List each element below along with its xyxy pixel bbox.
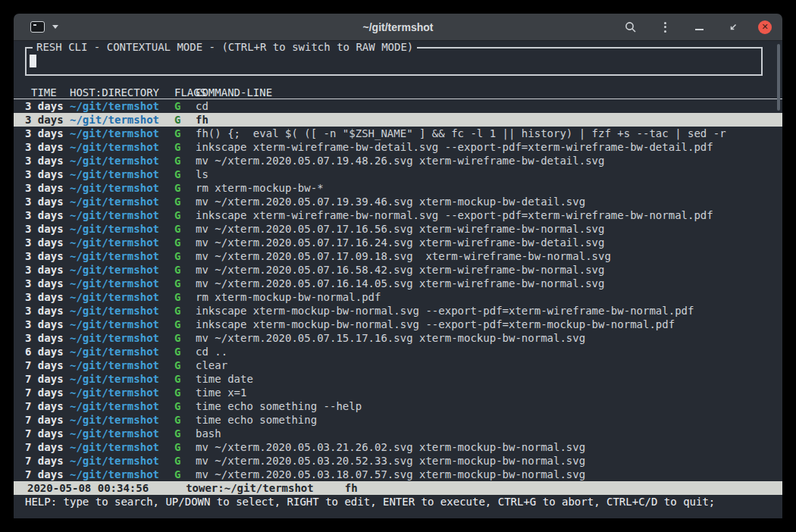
row-flags: G — [165, 99, 196, 113]
history-row[interactable]: 3 days~/git/termshotGinkscape xterm-mock… — [14, 318, 782, 331]
row-directory: ~/git/termshot — [70, 277, 165, 290]
help-line: HELP: type to search, UP/DOWN to select,… — [14, 495, 782, 509]
row-time: 3 days — [25, 236, 70, 249]
row-flags: G — [165, 222, 196, 236]
minimize-button[interactable] — [690, 18, 708, 36]
history-row[interactable]: 3 days~/git/termshotGinkscape xterm-mock… — [14, 304, 782, 318]
row-flags: G — [165, 140, 196, 154]
row-time: 3 days — [25, 99, 70, 113]
row-directory: ~/git/termshot — [70, 113, 165, 127]
row-time: 3 days — [25, 318, 70, 331]
history-row[interactable]: 7 days~/git/termshotGtime echo something — [14, 413, 782, 427]
history-row[interactable]: 3 days~/git/termshotGinkscape xterm-wire… — [14, 140, 782, 154]
header-host-directory: HOST:DIRECTORY — [70, 86, 165, 99]
row-flags: G — [165, 208, 196, 222]
terminal-icon — [30, 21, 45, 33]
chevron-down-icon — [52, 25, 58, 29]
row-flags: G — [165, 427, 196, 440]
history-row[interactable]: 7 days~/git/termshotGmv ~/xterm.2020.05.… — [14, 454, 782, 468]
row-time: 3 days — [25, 181, 70, 195]
history-row[interactable]: 3 days~/git/termshotGmv ~/xterm.2020.05.… — [14, 195, 782, 208]
row-time: 3 days — [25, 140, 70, 154]
row-directory: ~/git/termshot — [70, 331, 165, 345]
row-directory: ~/git/termshot — [70, 154, 165, 167]
row-directory: ~/git/termshot — [70, 386, 165, 399]
history-row[interactable]: 3 days~/git/termshotGrm xterm-mockup-bw-… — [14, 290, 782, 304]
row-flags: G — [165, 468, 196, 481]
history-row[interactable]: 3 days~/git/termshotGmv ~/xterm.2020.05.… — [14, 277, 782, 290]
history-row[interactable]: 3 days~/git/termshotGmv ~/xterm.2020.05.… — [14, 263, 782, 277]
header-command-line: COMMAND-LINE — [196, 86, 763, 99]
restore-button[interactable] — [724, 18, 742, 36]
row-time: 3 days — [25, 154, 70, 167]
row-flags: G — [165, 290, 196, 304]
history-row[interactable]: 3 days~/git/termshotGls — [14, 167, 782, 181]
row-command: mv ~/xterm.2020.05.03.21.26.02.svg xterm… — [196, 440, 763, 454]
row-time: 3 days — [25, 249, 70, 263]
history-row[interactable]: 3 days~/git/termshotGmv ~/xterm.2020.05.… — [14, 154, 782, 167]
history-row[interactable]: 7 days~/git/termshotGmv ~/xterm.2020.05.… — [14, 468, 782, 481]
row-command: time echo something — [196, 413, 763, 427]
row-flags: G — [165, 127, 196, 140]
row-command: cd — [196, 99, 763, 113]
row-time: 7 days — [25, 413, 70, 427]
row-time: 3 days — [25, 331, 70, 345]
scrollbar-thumb[interactable] — [777, 44, 780, 111]
row-time: 3 days — [25, 167, 70, 181]
row-command: ls — [196, 167, 763, 181]
row-flags: G — [165, 399, 196, 413]
row-time: 3 days — [25, 304, 70, 318]
row-flags: G — [165, 345, 196, 358]
row-flags: G — [165, 440, 196, 454]
search-button[interactable] — [622, 18, 640, 36]
row-flags: G — [165, 372, 196, 386]
history-row-selected[interactable]: 3 days~/git/termshotGfh — [14, 113, 782, 127]
history-row[interactable]: 7 days~/git/termshotGtime x=1 — [14, 386, 782, 399]
row-time: 7 days — [25, 454, 70, 468]
history-row[interactable]: 3 days~/git/termshotGfh() {; eval $( ([ … — [14, 127, 782, 140]
row-directory: ~/git/termshot — [70, 440, 165, 454]
search-icon — [625, 21, 637, 33]
row-flags: G — [165, 277, 196, 290]
resh-search-box[interactable]: RESH CLI - CONTEXTUAL MODE - (CTRL+R to … — [25, 47, 763, 76]
row-command: inkscape xterm-wireframe-bw-normal.svg -… — [196, 208, 763, 222]
history-row[interactable]: 3 days~/git/termshotGmv ~/xterm.2020.05.… — [14, 331, 782, 345]
status-command: fh — [345, 481, 358, 495]
history-row[interactable]: 7 days~/git/termshotGtime echo something… — [14, 399, 782, 413]
kebab-menu-icon — [664, 22, 666, 33]
history-row[interactable]: 3 days~/git/termshotGmv ~/xterm.2020.05.… — [14, 249, 782, 263]
history-row[interactable]: 7 days~/git/termshotGtime date — [14, 372, 782, 386]
history-row[interactable]: 3 days~/git/termshotGcd — [14, 99, 782, 113]
menu-button[interactable] — [656, 18, 674, 36]
history-row[interactable]: 3 days~/git/termshotGmv ~/xterm.2020.05.… — [14, 222, 782, 236]
row-flags: G — [165, 195, 196, 208]
history-row[interactable]: 6 days~/git/termshotGcd .. — [14, 345, 782, 358]
row-directory: ~/git/termshot — [70, 140, 165, 154]
new-terminal-button[interactable] — [30, 21, 58, 33]
row-command: inkscape xterm-mockup-bw-normal.svg --ex… — [196, 304, 763, 318]
row-flags: G — [165, 181, 196, 195]
status-host-directory: tower:~/git/termshot — [186, 481, 314, 495]
minimize-icon — [695, 29, 704, 30]
row-command: mv ~/xterm.2020.05.07.19.48.26.svg xterm… — [196, 154, 763, 167]
history-row[interactable]: 3 days~/git/termshotGinkscape xterm-wire… — [14, 208, 782, 222]
history-row[interactable]: 7 days~/git/termshotGbash — [14, 427, 782, 440]
row-command: time x=1 — [196, 386, 763, 399]
row-directory: ~/git/termshot — [70, 167, 165, 181]
history-row[interactable]: 3 days~/git/termshotGmv ~/xterm.2020.05.… — [14, 236, 782, 249]
row-directory: ~/git/termshot — [70, 127, 165, 140]
row-directory: ~/git/termshot — [70, 413, 165, 427]
header-time: TIME — [25, 86, 70, 99]
row-flags: G — [165, 113, 196, 127]
history-row[interactable]: 7 days~/git/termshotGmv ~/xterm.2020.05.… — [14, 440, 782, 454]
close-button[interactable]: ✕ — [758, 20, 772, 34]
history-row[interactable]: 3 days~/git/termshotGrm xterm-mockup-bw-… — [14, 181, 782, 195]
row-time: 7 days — [25, 440, 70, 454]
row-command: inkscape xterm-wireframe-bw-detail.svg -… — [196, 140, 763, 154]
row-command: mv ~/xterm.2020.05.07.17.16.56.svg xterm… — [196, 222, 763, 236]
row-directory: ~/git/termshot — [70, 372, 165, 386]
row-command: rm xterm-mockup-bw-* — [196, 181, 763, 195]
history-row[interactable]: 7 days~/git/termshotGclear — [14, 358, 782, 372]
row-time: 7 days — [25, 468, 70, 481]
history-header: TIME HOST:DIRECTORY FLAGS COMMAND-LINE — [14, 86, 782, 99]
